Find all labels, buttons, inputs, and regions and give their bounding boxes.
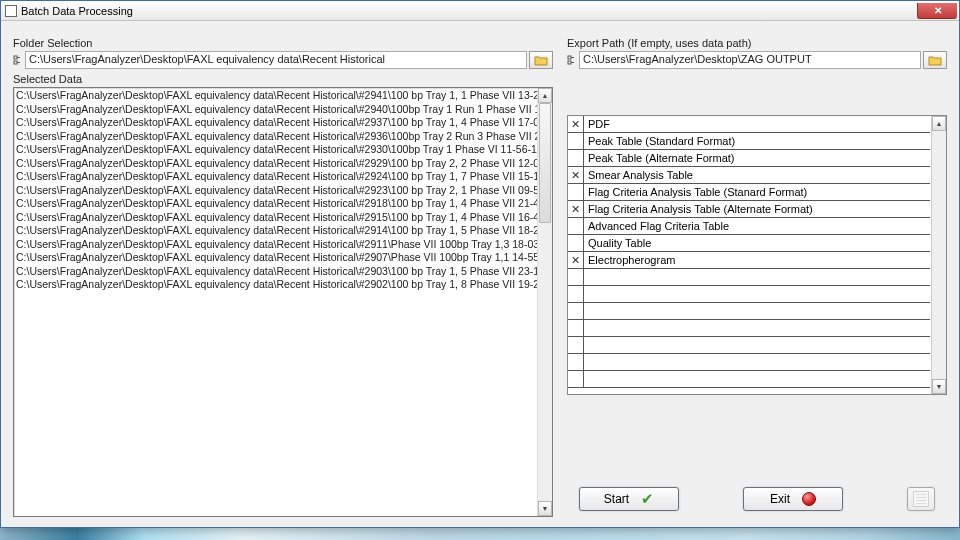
option-label[interactable]: Peak Table (Standard Format) — [584, 133, 930, 149]
check-icon: ✔ — [641, 490, 654, 508]
option-checkbox[interactable]: ✕ — [568, 167, 584, 183]
option-label[interactable] — [584, 354, 930, 370]
option-label[interactable]: Flag Criteria Analysis Table (Stanard Fo… — [584, 184, 930, 200]
options-scrollbar[interactable]: ▲ ▼ — [931, 116, 946, 394]
option-checkbox[interactable] — [568, 235, 584, 251]
option-label[interactable] — [584, 286, 930, 302]
option-checkbox[interactable] — [568, 286, 584, 302]
list-item[interactable]: C:\Users\FragAnalyzer\Desktop\FAXL equiv… — [16, 251, 552, 265]
selected-data-rows: C:\Users\FragAnalyzer\Desktop\FAXL equiv… — [14, 88, 552, 516]
option-row: ✕Electropherogram — [568, 252, 930, 269]
start-button-label: Start — [604, 492, 629, 506]
option-label[interactable] — [584, 269, 930, 285]
content-area: Folder Selection C:\Users\FragAnalyzer\D… — [1, 21, 959, 527]
list-item[interactable]: C:\Users\FragAnalyzer\Desktop\FAXL equiv… — [16, 184, 552, 198]
export-options-table: ✕PDFPeak Table (Standard Format)Peak Tab… — [567, 115, 947, 395]
option-label[interactable]: PDF — [584, 116, 930, 132]
list-item[interactable]: C:\Users\FragAnalyzer\Desktop\FAXL equiv… — [16, 211, 552, 225]
power-icon — [802, 492, 816, 506]
browse-export-button[interactable] — [923, 51, 947, 69]
app-icon — [5, 5, 17, 17]
option-checkbox[interactable] — [568, 150, 584, 166]
option-checkbox[interactable] — [568, 303, 584, 319]
export-path-field[interactable]: C:\Users\FragAnalyzer\Desktop\ZAG OUTPUT — [579, 51, 921, 69]
list-item[interactable]: C:\Users\FragAnalyzer\Desktop\FAXL equiv… — [16, 238, 552, 252]
scroll-down-button[interactable]: ▼ — [932, 379, 946, 394]
svg-rect-5 — [568, 61, 571, 64]
option-label[interactable] — [584, 303, 930, 319]
option-checkbox[interactable] — [568, 218, 584, 234]
folder-icon — [534, 55, 548, 66]
selected-data-label: Selected Data — [13, 73, 553, 85]
option-checkbox[interactable] — [568, 371, 584, 387]
tree-icon — [13, 55, 23, 65]
folder-selection-label: Folder Selection — [13, 37, 553, 49]
scroll-track[interactable] — [932, 131, 946, 379]
option-label[interactable]: Smear Analysis Table — [584, 167, 930, 183]
list-item[interactable]: C:\Users\FragAnalyzer\Desktop\FAXL equiv… — [16, 157, 552, 171]
list-item[interactable]: C:\Users\FragAnalyzer\Desktop\FAXL equiv… — [16, 89, 552, 103]
option-row: Advanced Flag Criteria Table — [568, 218, 930, 235]
selected-data-list[interactable]: C:\Users\FragAnalyzer\Desktop\FAXL equiv… — [13, 87, 553, 517]
option-row: ✕Flag Criteria Analysis Table (Alternate… — [568, 201, 930, 218]
option-row — [568, 337, 930, 354]
list-scrollbar[interactable]: ▲ ▼ — [537, 88, 552, 516]
option-label[interactable] — [584, 337, 930, 353]
list-item[interactable]: C:\Users\FragAnalyzer\Desktop\FAXL equiv… — [16, 224, 552, 238]
option-row — [568, 320, 930, 337]
option-label[interactable]: Quality Table — [584, 235, 930, 251]
list-item[interactable]: C:\Users\FragAnalyzer\Desktop\FAXL equiv… — [16, 278, 552, 292]
option-row — [568, 286, 930, 303]
list-item[interactable]: C:\Users\FragAnalyzer\Desktop\FAXL equiv… — [16, 197, 552, 211]
option-label[interactable]: Electropherogram — [584, 252, 930, 268]
scroll-thumb[interactable] — [539, 103, 551, 223]
svg-rect-1 — [14, 61, 17, 64]
scroll-up-button[interactable]: ▲ — [538, 88, 552, 103]
option-row — [568, 354, 930, 371]
option-checkbox[interactable]: ✕ — [568, 252, 584, 268]
option-checkbox[interactable] — [568, 269, 584, 285]
option-row: Flag Criteria Analysis Table (Stanard Fo… — [568, 184, 930, 201]
option-label[interactable] — [584, 320, 930, 336]
folder-path-field[interactable]: C:\Users\FragAnalyzer\Desktop\FAXL equiv… — [25, 51, 527, 69]
scroll-up-button[interactable]: ▲ — [932, 116, 946, 131]
tree-icon — [567, 55, 577, 65]
option-label[interactable] — [584, 371, 930, 387]
export-path-row: C:\Users\FragAnalyzer\Desktop\ZAG OUTPUT — [567, 51, 947, 69]
list-item[interactable]: C:\Users\FragAnalyzer\Desktop\FAXL equiv… — [16, 130, 552, 144]
scroll-track[interactable] — [538, 103, 552, 501]
app-window: Batch Data Processing ✕ Folder Selection… — [0, 0, 960, 528]
option-row — [568, 303, 930, 320]
titlebar: Batch Data Processing ✕ — [1, 1, 959, 21]
option-checkbox[interactable]: ✕ — [568, 201, 584, 217]
list-item[interactable]: C:\Users\FragAnalyzer\Desktop\FAXL equiv… — [16, 143, 552, 157]
option-checkbox[interactable] — [568, 354, 584, 370]
left-pane: Folder Selection C:\Users\FragAnalyzer\D… — [13, 37, 553, 517]
option-checkbox[interactable] — [568, 133, 584, 149]
svg-rect-0 — [14, 56, 17, 59]
document-icon — [913, 491, 929, 507]
option-label[interactable]: Advanced Flag Criteria Table — [584, 218, 930, 234]
exit-button[interactable]: Exit — [743, 487, 843, 511]
option-label[interactable]: Flag Criteria Analysis Table (Alternate … — [584, 201, 930, 217]
close-button[interactable]: ✕ — [917, 3, 957, 19]
right-pane: Export Path (If empty, uses data path) C… — [567, 37, 947, 517]
browse-folder-button[interactable] — [529, 51, 553, 69]
document-button[interactable] — [907, 487, 935, 511]
option-checkbox[interactable] — [568, 320, 584, 336]
folder-path-row: C:\Users\FragAnalyzer\Desktop\FAXL equiv… — [13, 51, 553, 69]
folder-icon — [928, 55, 942, 66]
list-item[interactable]: C:\Users\FragAnalyzer\Desktop\FAXL equiv… — [16, 103, 552, 117]
option-row — [568, 269, 930, 286]
list-item[interactable]: C:\Users\FragAnalyzer\Desktop\FAXL equiv… — [16, 265, 552, 279]
option-label[interactable]: Peak Table (Alternate Format) — [584, 150, 930, 166]
option-checkbox[interactable] — [568, 184, 584, 200]
start-button[interactable]: Start ✔ — [579, 487, 679, 511]
option-checkbox[interactable]: ✕ — [568, 116, 584, 132]
option-checkbox[interactable] — [568, 337, 584, 353]
scroll-down-button[interactable]: ▼ — [538, 501, 552, 516]
list-item[interactable]: C:\Users\FragAnalyzer\Desktop\FAXL equiv… — [16, 170, 552, 184]
option-row: Quality Table — [568, 235, 930, 252]
exit-button-label: Exit — [770, 492, 790, 506]
list-item[interactable]: C:\Users\FragAnalyzer\Desktop\FAXL equiv… — [16, 116, 552, 130]
